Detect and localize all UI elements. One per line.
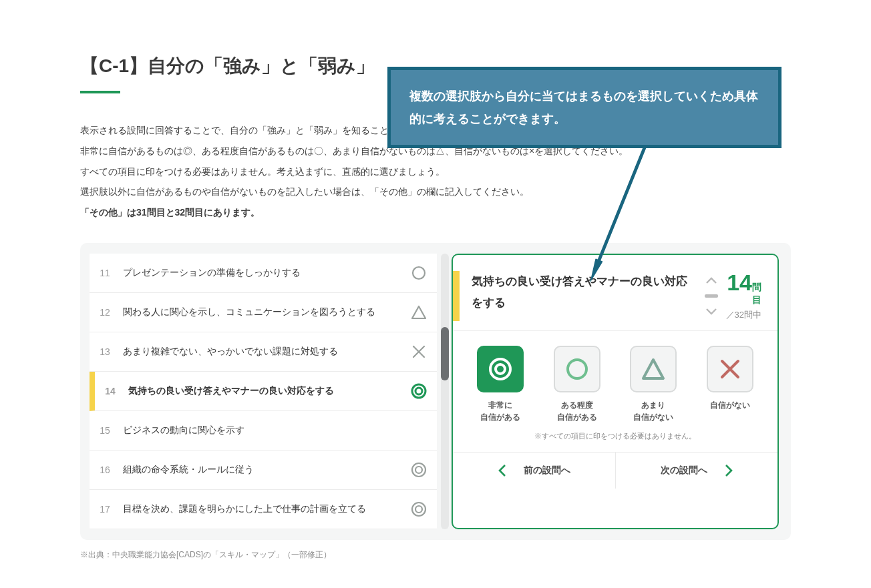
double-icon — [487, 356, 514, 382]
svg-point-4 — [415, 467, 422, 473]
svg-point-3 — [412, 463, 425, 477]
question-row[interactable]: 15ビジネスの動向に関心を示す — [90, 411, 437, 451]
choice-label: ある程度 自信がある — [542, 399, 613, 423]
choice-row: 非常に 自信があるある程度 自信があるあまり 自信がない自信がない — [453, 331, 777, 427]
question-number: 15 — [96, 425, 114, 436]
detail-accent-bar — [453, 271, 460, 321]
double-mark-icon — [410, 501, 427, 518]
choice-box-triangle[interactable] — [630, 346, 677, 392]
question-number: 13 — [96, 346, 114, 357]
double-mark-icon — [410, 382, 427, 400]
circle-icon — [564, 356, 590, 382]
cross-mark-icon — [410, 343, 427, 360]
svg-point-8 — [496, 364, 505, 374]
next-question-button[interactable]: 次の設問へ — [615, 453, 777, 489]
svg-point-0 — [413, 267, 425, 279]
choice-circle[interactable]: ある程度 自信がある — [542, 346, 613, 423]
chevron-up-icon[interactable] — [706, 277, 717, 284]
question-row[interactable]: 13あまり複雑でない、やっかいでない課題に対処する — [90, 332, 437, 372]
intro-line-4: 選択肢以外に自信があるものや自信がないものを記入したい場合は、「その他」の欄に記… — [80, 182, 791, 202]
circle-mark-icon — [410, 264, 427, 282]
chevron-down-icon[interactable] — [706, 308, 717, 315]
intro-line-5: 「その他」は31問目と32問目にあります。 — [80, 202, 791, 223]
svg-point-1 — [412, 384, 425, 398]
nav-row: 前の設問へ 次の設問へ — [453, 452, 777, 489]
question-text: 気持ちの良い受け答えやマナーの良い対応をする — [128, 384, 401, 398]
svg-point-9 — [568, 360, 586, 378]
question-text: 組織の命令系統・ルールに従う — [123, 463, 401, 477]
choice-double[interactable]: 非常に 自信がある — [465, 346, 536, 423]
question-row[interactable]: 17目標を決め、課題を明らかにした上で仕事の計画を立てる — [90, 490, 437, 529]
counter-handle-icon[interactable] — [705, 294, 718, 298]
question-text: ビジネスの動向に関心を示す — [123, 423, 401, 437]
choice-box-cross[interactable] — [707, 346, 753, 392]
choice-label: 自信がない — [695, 399, 766, 411]
cross-icon — [717, 356, 743, 382]
total-question-count: ／32問中 — [723, 309, 761, 321]
chevron-right-icon — [725, 465, 733, 477]
choice-note: ※すべての項目に印をつける必要はありません。 — [453, 427, 777, 452]
empty-mark-icon — [410, 422, 427, 439]
question-number: 17 — [96, 504, 114, 515]
question-row[interactable]: 16組織の命令系統・ルールに従う — [90, 451, 437, 490]
detail-question-text: 気持ちの良い受け答えやマナーの良い対応をする — [472, 271, 698, 321]
chevron-left-icon — [498, 465, 506, 477]
current-question-number: 14 — [727, 270, 752, 295]
double-mark-icon — [410, 461, 427, 479]
choice-cross[interactable]: 自信がない — [695, 346, 766, 423]
question-number: 11 — [96, 268, 114, 278]
annotation-callout: 複数の選択肢から自分に当てはまるものを選択していくため具体的に考えることができま… — [387, 67, 781, 148]
next-label: 次の設問へ — [661, 465, 707, 477]
scrollbar-thumb[interactable] — [441, 327, 449, 380]
detail-counter: 14問目 ／32問中 — [698, 271, 761, 321]
question-text: 目標を決め、課題を明らかにした上で仕事の計画を立てる — [123, 502, 401, 516]
choice-box-double[interactable] — [477, 346, 524, 392]
svg-point-7 — [490, 359, 510, 379]
svg-point-6 — [415, 506, 422, 513]
choice-label: あまり 自信がない — [618, 399, 689, 423]
question-number: 12 — [96, 307, 114, 318]
question-detail-card: 気持ちの良い受け答えやマナーの良い対応をする 14問目 ／32問中 — [452, 254, 779, 529]
triangle-mark-icon — [410, 304, 427, 321]
prev-question-button[interactable]: 前の設問へ — [453, 453, 615, 489]
question-list: 11プレゼンテーションの準備をしっかりする12関わる人に関心を示し、コミュニケー… — [90, 254, 437, 529]
question-panel: 11プレゼンテーションの準備をしっかりする12関わる人に関心を示し、コミュニケー… — [80, 243, 791, 540]
question-text: 関わる人に関心を示し、コミュニケーションを図ろうとする — [123, 305, 401, 319]
question-number: 14 — [102, 386, 119, 396]
question-number: 16 — [96, 465, 114, 475]
detail-header: 気持ちの良い受け答えやマナーの良い対応をする 14問目 ／32問中 — [453, 255, 777, 331]
title-underline — [80, 91, 120, 93]
intro-line-3: すべての項目に印をつける必要はありません。考え込まずに、直感的に選びましょう。 — [80, 162, 791, 182]
question-text: プレゼンテーションの準備をしっかりする — [123, 266, 401, 280]
triangle-icon — [640, 356, 667, 382]
prev-label: 前の設問へ — [524, 465, 570, 477]
current-question-suffix: 問目 — [752, 282, 761, 305]
choice-triangle[interactable]: あまり 自信がない — [618, 346, 689, 423]
svg-point-2 — [415, 388, 422, 394]
choice-label: 非常に 自信がある — [465, 399, 536, 423]
source-footnote: ※出典：中央職業能力協会[CADS]の「スキル・マップ」（一部修正） — [80, 549, 791, 561]
question-text: あまり複雑でない、やっかいでない課題に対処する — [123, 344, 401, 358]
question-row[interactable]: 14気持ちの良い受け答えやマナーの良い対応をする — [90, 372, 437, 411]
question-row[interactable]: 12関わる人に関心を示し、コミュニケーションを図ろうとする — [90, 293, 437, 332]
question-row[interactable]: 11プレゼンテーションの準備をしっかりする — [90, 254, 437, 293]
choice-box-circle[interactable] — [554, 346, 600, 392]
scrollbar-track[interactable] — [441, 254, 449, 529]
svg-point-5 — [412, 503, 425, 516]
